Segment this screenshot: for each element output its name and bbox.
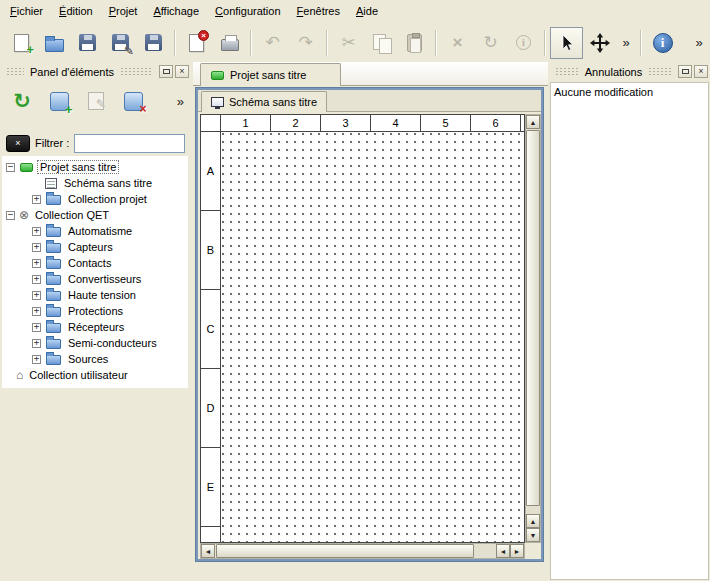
select-tool-button[interactable] xyxy=(550,27,583,59)
tab-schema-sans-titre[interactable]: Schéma sans titre xyxy=(201,91,327,112)
tree-item-label: Contacts xyxy=(66,257,113,269)
folder-icon xyxy=(46,355,61,365)
menu-configuration[interactable]: Configuration xyxy=(207,2,288,21)
collapse-icon[interactable]: − xyxy=(6,163,15,172)
tree-item-semi-conducteurs[interactable]: + Semi-conducteurs xyxy=(2,335,188,351)
undo-dock-titlebar[interactable]: Annulations × xyxy=(551,64,708,79)
undo-dock: Annulations × Aucune modification xyxy=(549,62,710,581)
undo-dock-close-button[interactable]: × xyxy=(694,65,708,78)
menu-edition[interactable]: Édition xyxy=(51,2,101,21)
tree-item-convertisseurs[interactable]: + Convertisseurs xyxy=(2,271,188,287)
panel-overflow-button[interactable]: » xyxy=(177,94,184,109)
elements-panel-float-button[interactable] xyxy=(159,65,173,78)
vertical-scroll-thumb[interactable] xyxy=(526,130,540,506)
elements-panel-close-button[interactable]: × xyxy=(175,65,189,78)
toolbar-extension-button[interactable]: » xyxy=(691,27,707,59)
cut-button[interactable]: ✂ xyxy=(332,27,365,59)
column-label: 5 xyxy=(421,115,471,131)
open-file-button[interactable] xyxy=(38,27,71,59)
expand-icon[interactable]: + xyxy=(32,307,41,316)
elements-panel-titlebar[interactable]: Panel d'éléments × xyxy=(2,64,189,79)
reload-collections-button[interactable]: ↻ xyxy=(7,86,37,116)
edit-element-button[interactable]: ✎ xyxy=(81,86,111,116)
close-icon: × xyxy=(179,67,184,76)
tree-item-automatisme[interactable]: + Automatisme xyxy=(2,223,188,239)
paste-button[interactable] xyxy=(398,27,431,59)
pencil-icon: ✎ xyxy=(124,44,134,58)
expand-icon[interactable]: + xyxy=(32,227,41,236)
collapse-icon[interactable]: − xyxy=(6,211,15,220)
scroll-up-button[interactable]: ▲ xyxy=(526,115,540,129)
save-as-button[interactable]: ✎ xyxy=(104,27,137,59)
scroll-down-button[interactable]: ▼ xyxy=(526,528,540,542)
menu-fichier[interactable]: Fichier xyxy=(2,2,51,21)
undo-dock-float-button[interactable] xyxy=(678,65,692,78)
filter-input[interactable] xyxy=(74,134,185,153)
print-button[interactable] xyxy=(213,27,246,59)
save-button[interactable] xyxy=(71,27,104,59)
expand-icon[interactable]: + xyxy=(32,243,41,252)
tree-item-collection-utilisateur[interactable]: ⌂ Collection utilisateur xyxy=(2,367,188,383)
dot-grid[interactable] xyxy=(222,133,524,542)
new-file-button[interactable]: + xyxy=(5,27,38,59)
tree-item-collection-qet[interactable]: − ⊗ Collection QET xyxy=(2,207,188,223)
tree-item-capteurs[interactable]: + Capteurs xyxy=(2,239,188,255)
arrow-up-icon: ▲ xyxy=(530,518,537,525)
edit-info-button[interactable]: i xyxy=(507,27,540,59)
column-label: 6 xyxy=(471,115,521,131)
horizontal-scroll-thumb[interactable] xyxy=(216,544,474,558)
folder-icon xyxy=(46,339,61,349)
redo-button[interactable]: ↷ xyxy=(289,27,322,59)
delete-element-button[interactable]: × xyxy=(118,86,148,116)
arrow-up-icon: ▲ xyxy=(530,119,537,126)
cut-icon: ✂ xyxy=(341,34,355,51)
menu-fenetres[interactable]: Fenêtres xyxy=(289,2,348,21)
pan-tool-button[interactable] xyxy=(583,27,616,59)
filter-clear-button[interactable]: × xyxy=(6,135,30,152)
tools-overflow-button[interactable]: » xyxy=(616,27,636,59)
tree-item-collection-projet[interactable]: + Collection projet xyxy=(2,191,188,207)
new-element-icon: + xyxy=(50,92,69,111)
tree-item-contacts[interactable]: + Contacts xyxy=(2,255,188,271)
tab-projet-sans-titre[interactable]: Projet sans titre xyxy=(200,63,341,86)
undo-list[interactable]: Aucune modification xyxy=(550,82,709,580)
row-label: B xyxy=(201,211,220,290)
menu-affichage[interactable]: Affichage xyxy=(145,2,207,21)
expand-icon[interactable]: + xyxy=(32,291,41,300)
expand-icon[interactable]: + xyxy=(32,195,41,204)
folder-icon xyxy=(46,243,61,253)
delete-button[interactable]: × xyxy=(441,27,474,59)
scroll-up-button[interactable]: ▲ xyxy=(526,514,540,528)
schema-canvas[interactable]: 1 2 3 4 5 6 A B C D E xyxy=(200,114,525,543)
tree-item-protections[interactable]: + Protections xyxy=(2,303,188,319)
expand-icon[interactable]: + xyxy=(32,323,41,332)
scroll-left-button[interactable]: ◄ xyxy=(201,544,215,558)
paste-icon xyxy=(407,34,422,52)
delete-icon: × xyxy=(453,34,463,51)
about-button[interactable]: i xyxy=(646,27,679,59)
tree-item-schema[interactable]: Schéma sans titre xyxy=(2,175,188,191)
vertical-scrollbar[interactable]: ▲ ▲ ▼ xyxy=(525,114,541,543)
undo-dock-title: Annulations xyxy=(583,66,645,78)
menu-projet[interactable]: Projet xyxy=(101,2,146,21)
expand-icon[interactable]: + xyxy=(32,339,41,348)
expand-icon[interactable]: + xyxy=(32,275,41,284)
save-all-button[interactable] xyxy=(137,27,170,59)
horizontal-scrollbar[interactable]: ◄ ◄ ► xyxy=(200,543,525,559)
printer-icon xyxy=(221,39,239,51)
tree-item-project[interactable]: − Projet sans titre xyxy=(2,159,188,175)
new-element-button[interactable]: + xyxy=(44,86,74,116)
copy-button[interactable] xyxy=(365,27,398,59)
rotate-button[interactable]: ↻ xyxy=(474,27,507,59)
scroll-left-button[interactable]: ◄ xyxy=(496,544,510,558)
schema-tab-label: Schéma sans titre xyxy=(229,96,317,108)
menu-aide[interactable]: Aide xyxy=(348,2,386,21)
close-file-button[interactable]: × xyxy=(180,27,213,59)
expand-icon[interactable]: + xyxy=(32,355,41,364)
scroll-right-button[interactable]: ► xyxy=(510,544,524,558)
undo-button[interactable]: ↶ xyxy=(256,27,289,59)
tree-item-haute-tension[interactable]: + Haute tension xyxy=(2,287,188,303)
tree-item-sources[interactable]: + Sources xyxy=(2,351,188,367)
tree-item-recepteurs[interactable]: + Récepteurs xyxy=(2,319,188,335)
expand-icon[interactable]: + xyxy=(32,259,41,268)
